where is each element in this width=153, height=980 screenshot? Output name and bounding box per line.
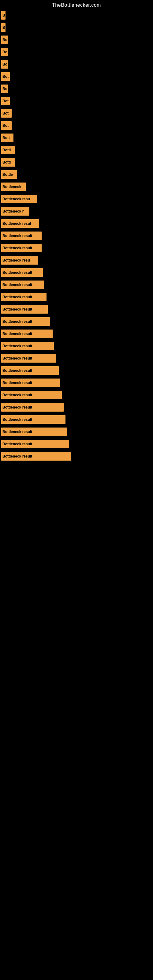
bar-row: Bottl bbox=[0, 156, 153, 169]
bar-row: Bottleneck bbox=[0, 181, 153, 193]
bar-row: Bottleneck result bbox=[0, 389, 153, 401]
bar-row: Bottleneck result bbox=[0, 315, 153, 328]
bar-item: Bottleneck resu bbox=[1, 195, 37, 204]
bar-item: Bottleneck result bbox=[1, 403, 64, 412]
bar-item: Bot bbox=[1, 72, 10, 81]
bar-item: Bottleneck result bbox=[1, 452, 71, 461]
bar-row: Bottleneck result bbox=[0, 438, 153, 450]
site-title: TheBottlenecker.com bbox=[0, 0, 153, 9]
bar-item: Bo bbox=[1, 84, 8, 93]
bar-row: Bo bbox=[0, 58, 153, 70]
bar-row: Bottleneck resul bbox=[0, 218, 153, 230]
bar-item: Bottleneck result bbox=[1, 428, 67, 436]
bar-item: Bottleneck bbox=[1, 183, 26, 191]
bar-item: Bottleneck result bbox=[1, 232, 41, 240]
bar-row: Bottleneck result bbox=[0, 340, 153, 352]
bar-row: Bott bbox=[0, 132, 153, 144]
bar-item: Bot bbox=[1, 97, 10, 105]
bar-item: Bot bbox=[1, 109, 12, 118]
bar-row: B bbox=[0, 21, 153, 34]
bar-row: Bottleneck result bbox=[0, 242, 153, 254]
bar-row: Bottl bbox=[0, 144, 153, 156]
bars-container: BBBoBoBoBotBoBotBotBotBottBottlBottlBott… bbox=[0, 9, 153, 463]
bar-item: Bottleneck result bbox=[1, 329, 53, 338]
bar-row: Bot bbox=[0, 107, 153, 119]
bar-row: Bottleneck result bbox=[0, 414, 153, 426]
bar-row: B bbox=[0, 9, 153, 21]
bar-item: Bottleneck result bbox=[1, 293, 46, 301]
bar-row: Bottleneck result bbox=[0, 352, 153, 364]
bar-item: Bo bbox=[1, 48, 8, 56]
bar-item: Bottleneck result bbox=[1, 391, 62, 399]
bar-item: Bottleneck result bbox=[1, 244, 41, 252]
bar-row: Bottleneck result bbox=[0, 426, 153, 438]
bar-row: Bottle bbox=[0, 169, 153, 181]
bar-row: Bottleneck result bbox=[0, 266, 153, 279]
bar-row: Bottleneck resu bbox=[0, 193, 153, 205]
bar-row: Bottleneck r bbox=[0, 205, 153, 218]
bar-row: Bottleneck result bbox=[0, 328, 153, 340]
bar-item: Bottleneck result bbox=[1, 305, 48, 313]
bar-item: Bo bbox=[1, 35, 8, 44]
bar-item: Bottleneck result bbox=[1, 317, 50, 326]
bar-item: Bottl bbox=[1, 146, 15, 154]
bar-row: Bot bbox=[0, 70, 153, 83]
bar-item: Bott bbox=[1, 134, 13, 142]
bar-item: B bbox=[1, 11, 5, 20]
bar-item: Bottleneck result bbox=[1, 440, 69, 449]
bar-item: Bot bbox=[1, 121, 12, 130]
bar-item: Bottleneck result bbox=[1, 268, 43, 277]
bar-row: Bo bbox=[0, 46, 153, 58]
bar-row: Bot bbox=[0, 95, 153, 107]
bar-row: Bo bbox=[0, 34, 153, 46]
bar-item: Bottleneck resul bbox=[1, 219, 39, 228]
bar-row: Bo bbox=[0, 83, 153, 95]
bar-item: Bottleneck result bbox=[1, 342, 54, 350]
bar-row: Bottleneck result bbox=[0, 450, 153, 463]
bar-item: Bottleneck resu bbox=[1, 256, 38, 265]
bar-row: Bottleneck result bbox=[0, 291, 153, 303]
bar-row: Bot bbox=[0, 119, 153, 132]
bar-row: Bottleneck resu bbox=[0, 254, 153, 266]
bar-row: Bottleneck result bbox=[0, 364, 153, 377]
bar-item: Bo bbox=[1, 60, 8, 68]
bar-row: Bottleneck result bbox=[0, 230, 153, 242]
bar-row: Bottleneck result bbox=[0, 279, 153, 291]
bar-item: Bottleneck result bbox=[1, 280, 44, 289]
bar-row: Bottleneck result bbox=[0, 401, 153, 414]
bar-item: Bottleneck result bbox=[1, 415, 65, 424]
bar-item: Bottleneck result bbox=[1, 379, 60, 387]
bar-item: Bottl bbox=[1, 158, 15, 167]
bar-row: Bottleneck result bbox=[0, 377, 153, 389]
bar-item: Bottleneck result bbox=[1, 354, 56, 363]
bar-item: Bottleneck result bbox=[1, 366, 59, 375]
bar-item: B bbox=[1, 23, 5, 32]
bar-item: Bottleneck r bbox=[1, 207, 29, 216]
bar-item: Bottle bbox=[1, 170, 17, 179]
bar-row: Bottleneck result bbox=[0, 303, 153, 315]
